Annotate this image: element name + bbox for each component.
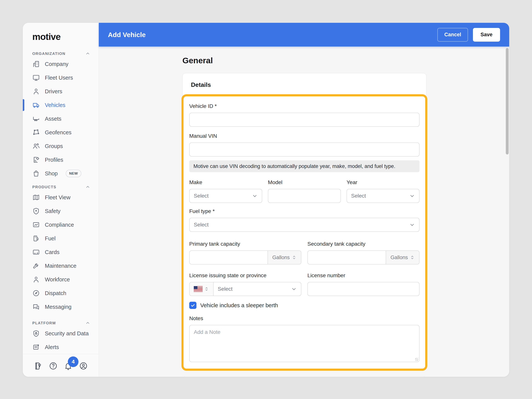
document-gear-icon (32, 156, 40, 164)
year-group: Year Select (347, 179, 419, 203)
vehicle-id-input[interactable] (189, 113, 419, 127)
primary-tank-input[interactable] (190, 251, 267, 264)
sidebar-item-label: Shop (45, 171, 58, 177)
notes-textarea[interactable] (189, 325, 419, 362)
sidebar-item-dispatch[interactable]: Dispatch (23, 286, 99, 300)
primary-tank-unit-select[interactable]: Gallons (267, 251, 301, 264)
chat-bubbles-icon (32, 303, 40, 311)
fuel-type-group: Fuel type * Select (189, 208, 419, 232)
shopping-bag-icon (32, 170, 40, 177)
sidebar-item-fleet-users[interactable]: Fleet Users (23, 71, 99, 85)
up-down-arrows-icon (410, 255, 415, 260)
section-products[interactable]: PRODUCTS (23, 183, 99, 190)
license-state-select[interactable]: Select (214, 282, 301, 296)
truck-icon (32, 101, 40, 109)
sidebar-item-label: Alerts (45, 344, 59, 350)
sidebar-item-geofences[interactable]: Geofences (23, 126, 99, 139)
license-state-group: License issuing state or province Select (189, 272, 301, 296)
people-icon (32, 142, 40, 150)
account-icon[interactable] (79, 361, 88, 370)
manual-vin-input[interactable] (189, 142, 419, 157)
secondary-tank-unit-select[interactable]: Gallons (386, 251, 419, 264)
notifications-bell-icon[interactable]: 4 (64, 361, 73, 370)
sidebar-item-label: Fleet View (45, 194, 70, 201)
sidebar-item-cards[interactable]: Cards (23, 245, 99, 259)
content-area: General Details Vehicle ID * Manual VIN (99, 47, 509, 377)
notes-label: Notes (189, 315, 419, 322)
wrench-icon (32, 262, 40, 270)
primary-tank-group: Primary tank capacity Gallons (189, 241, 301, 265)
chevron-up-icon (85, 321, 90, 325)
list-dot-icon (32, 343, 40, 351)
sidebar-item-workforce[interactable]: Workforce (23, 273, 99, 286)
sidebar-item-safety[interactable]: Safety (23, 204, 99, 218)
notes-wrapper (189, 325, 419, 363)
up-down-arrows-icon (204, 286, 209, 291)
main-panel: Add Vehicle Cancel Save General Details … (99, 23, 509, 377)
compass-icon (32, 289, 40, 297)
sidebar-item-fuel[interactable]: Fuel (23, 232, 99, 245)
section-organization[interactable]: ORGANIZATION (23, 50, 99, 57)
sleeper-berth-checkbox[interactable] (189, 302, 196, 309)
sidebar-item-label: Workforce (45, 276, 70, 283)
make-group: Make Select (189, 179, 262, 203)
sidebar-item-company[interactable]: Company (23, 57, 99, 71)
license-number-input[interactable] (307, 282, 419, 296)
sidebar-item-compliance[interactable]: Compliance (23, 218, 99, 232)
make-select[interactable]: Select (189, 189, 262, 203)
scrollbar-thumb[interactable] (506, 48, 509, 154)
new-badge: NEW (66, 170, 81, 177)
check-icon (190, 303, 195, 308)
sidebar-item-label: Vehicles (45, 102, 65, 108)
logbook-icon[interactable] (33, 361, 43, 370)
sidebar-item-assets[interactable]: Assets (23, 112, 99, 126)
vehicle-id-group: Vehicle ID * (189, 103, 419, 127)
model-group: Model (268, 179, 341, 203)
cancel-button[interactable]: Cancel (437, 28, 468, 42)
sidebar-item-groups[interactable]: Groups (23, 139, 99, 153)
sidebar-item-alerts[interactable]: Alerts (23, 340, 99, 354)
sidebar-item-profiles[interactable]: Profiles (23, 153, 99, 167)
license-number-group: License number (307, 272, 419, 296)
make-label: Make (189, 179, 262, 186)
sleeper-berth-label: Vehicle includes a sleeper berth (200, 302, 278, 309)
chevron-up-icon (85, 51, 90, 56)
vehicle-id-label: Vehicle ID * (189, 103, 419, 110)
fuel-type-label: Fuel type * (189, 208, 419, 215)
sidebar-item-shop[interactable]: Shop NEW (23, 167, 99, 180)
chevron-down-icon (252, 193, 258, 199)
sidebar-item-label: Assets (45, 116, 61, 122)
secondary-tank-label: Secondary tank capacity (307, 241, 419, 247)
help-icon[interactable] (49, 361, 58, 370)
save-button[interactable]: Save (473, 28, 500, 42)
year-label: Year (347, 179, 419, 186)
fuel-pump-icon (32, 235, 40, 242)
sidebar-item-messaging[interactable]: Messaging (23, 300, 99, 314)
model-input[interactable] (268, 189, 341, 203)
sidebar-item-maintenance[interactable]: Maintenance (23, 259, 99, 273)
sidebar-item-label: Maintenance (45, 263, 76, 269)
secondary-tank-group: Secondary tank capacity Gallons (307, 241, 419, 265)
sleeper-berth-row: Vehicle includes a sleeper berth (189, 302, 419, 309)
sidebar: motive ORGANIZATION Company Fleet Users (23, 23, 99, 377)
sidebar-nav: ORGANIZATION Company Fleet Users (23, 50, 99, 354)
page-header: Add Vehicle Cancel Save (99, 23, 509, 47)
country-flag-select[interactable] (190, 282, 214, 296)
model-label: Model (268, 179, 341, 186)
sidebar-item-vehicles[interactable]: Vehicles (23, 98, 99, 112)
details-card: Details Vehicle ID * Manual VIN Motive c… (182, 73, 426, 370)
year-select[interactable]: Select (347, 189, 419, 203)
section-platform[interactable]: PLATFORM (23, 319, 99, 327)
map-icon (32, 194, 40, 201)
monitor-icon (32, 74, 40, 82)
chevron-up-icon (85, 184, 90, 190)
secondary-tank-input[interactable] (308, 251, 386, 264)
fuel-type-select[interactable]: Select (189, 218, 419, 232)
chevron-down-icon (409, 193, 415, 199)
sidebar-item-label: Drivers (45, 88, 62, 95)
sidebar-item-label: Security and Data (45, 330, 89, 337)
sidebar-item-security-and-data[interactable]: Security and Data (23, 327, 99, 340)
sidebar-item-fleet-view[interactable]: Fleet View (23, 190, 99, 204)
sidebar-item-drivers[interactable]: Drivers (23, 85, 99, 98)
person-icon (32, 88, 40, 95)
